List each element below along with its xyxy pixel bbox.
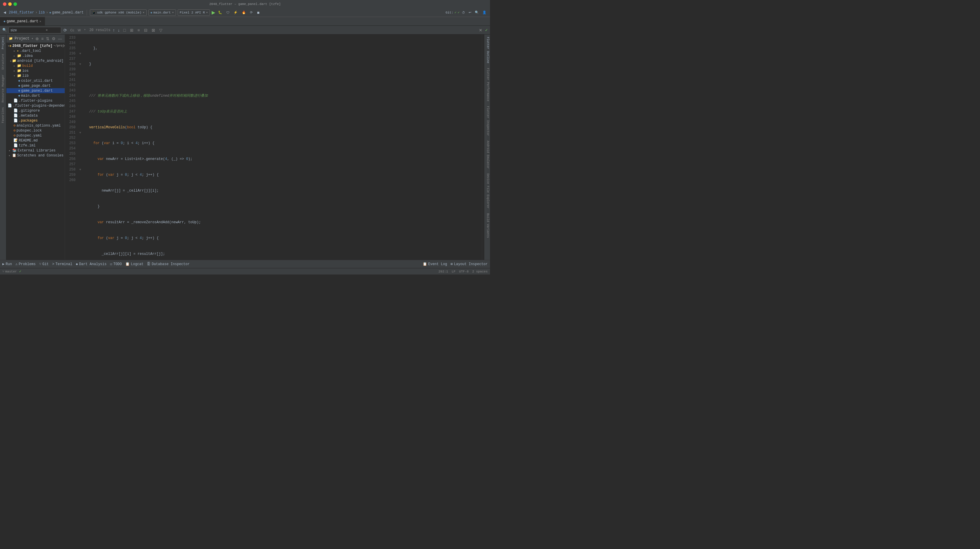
stop-button[interactable]: ⏹ bbox=[256, 10, 261, 15]
settings-panel-button[interactable]: ⚙ bbox=[51, 36, 56, 41]
search-wrap-button[interactable]: □ bbox=[122, 27, 127, 33]
logcat-tool[interactable]: 📋 Logcat bbox=[125, 262, 143, 266]
tree-pubspec-yaml[interactable]: ⚙ pubspec.yaml bbox=[6, 133, 65, 138]
flutter-outline-tab[interactable]: Flutter Outline bbox=[484, 35, 490, 65]
search-options-button[interactable]: ⊞ bbox=[129, 27, 135, 33]
sort-button[interactable]: ⇅ bbox=[46, 36, 50, 41]
fold-238[interactable]: ▼ bbox=[78, 62, 83, 67]
search-funnel-button[interactable]: ▽ bbox=[158, 27, 164, 33]
search-input[interactable] bbox=[11, 28, 46, 32]
dart-icon: ◆ bbox=[150, 11, 152, 14]
device-dropdown[interactable]: Pixel 2 API R ▾ bbox=[178, 10, 210, 16]
tree-packages[interactable]: 📄 .packages bbox=[6, 118, 65, 123]
tree-pubspec-lock[interactable]: ⚙ pubspec.lock bbox=[6, 128, 65, 133]
event-log-tool[interactable]: 📋 Event Log bbox=[423, 262, 447, 266]
tree-main[interactable]: ◆ main.dart bbox=[6, 93, 65, 98]
tree-android[interactable]: ▸ 📁 android [tzfe_android] bbox=[6, 58, 65, 63]
tree-iml[interactable]: 📄 tzfe.iml bbox=[6, 143, 65, 148]
search-close-button[interactable]: ✕ bbox=[479, 28, 482, 32]
tab-game-panel[interactable]: ◆ game_panel.dart ✕ bbox=[0, 17, 45, 26]
fold-258[interactable]: ▼ bbox=[78, 167, 83, 172]
git-tool[interactable]: ⑂ Git bbox=[39, 262, 49, 266]
sdk-dropdown[interactable]: 📱 sdk gphone x86 (mobile) ▾ bbox=[90, 10, 146, 16]
tree-scratches[interactable]: ▸ 📋 Scratches and Consoles bbox=[6, 153, 65, 158]
encoding[interactable]: UTF-8 bbox=[459, 270, 469, 273]
folder-icon-ios: 📁 bbox=[17, 69, 21, 73]
search-filter-button[interactable]: ≡ bbox=[137, 27, 141, 33]
indentation[interactable]: 2 spaces bbox=[472, 270, 488, 273]
back-button[interactable]: ◀ bbox=[2, 10, 7, 15]
line-ending[interactable]: LF bbox=[452, 270, 455, 273]
tree-build[interactable]: ▸ 📁 build bbox=[6, 63, 65, 68]
breadcrumb-lib[interactable]: lib bbox=[39, 11, 45, 14]
run-tool[interactable]: ▶ Run bbox=[2, 262, 12, 266]
tree-idea[interactable]: ▸ 📁 .idea bbox=[6, 53, 65, 58]
git-history-button[interactable]: ⏱ bbox=[461, 10, 466, 15]
tree-dart-tool[interactable]: ▸ ▸ .dart_tool bbox=[6, 48, 65, 53]
search-align-button[interactable]: ⊠ bbox=[150, 27, 156, 33]
collapse-button[interactable]: ≡ bbox=[41, 36, 44, 41]
tree-color-util[interactable]: ◆ color_util.dart bbox=[6, 78, 65, 83]
search-clear-icon[interactable]: ✕ bbox=[46, 28, 48, 32]
search-refresh-button[interactable]: ⟳ bbox=[63, 27, 68, 33]
tree-root[interactable]: ▾ ◈ 2048_flutter [tzfe] ~/projects/mine/… bbox=[6, 43, 65, 48]
tree-game-panel[interactable]: ◆ game_panel.dart bbox=[6, 88, 65, 93]
close-panel-button[interactable]: — bbox=[58, 36, 62, 41]
minimize-button[interactable] bbox=[8, 2, 12, 6]
search-word-button[interactable]: W bbox=[77, 28, 81, 32]
device-file-explorer-tab[interactable]: Device File Explorer bbox=[484, 171, 490, 211]
tree-flutter-plugins[interactable]: 📄 .flutter-plugins bbox=[6, 98, 65, 103]
close-button[interactable] bbox=[3, 2, 6, 6]
tree-readme[interactable]: 📝 README.md bbox=[6, 138, 65, 143]
layout-inspector-tool[interactable]: ⊞ Layout Inspector bbox=[451, 262, 488, 266]
code-content[interactable]: }, } /// 将单元格数向下或向上移动，移除undefined并对相邻相同数… bbox=[83, 35, 482, 260]
search-icon: 🔍 bbox=[2, 28, 7, 32]
flutter-performance-tab[interactable]: Flutter Performance bbox=[484, 65, 490, 104]
tree-external-libs[interactable]: ▸ 📚 External Libraries bbox=[6, 148, 65, 153]
run-button[interactable]: ▶ bbox=[212, 10, 215, 15]
search-next-button[interactable]: ↓ bbox=[117, 27, 120, 33]
fold-236[interactable]: ▼ bbox=[78, 51, 83, 56]
main-dart-dropdown[interactable]: ◆ main.dart ▾ bbox=[148, 10, 176, 16]
fold-251[interactable]: ▼ bbox=[78, 130, 83, 135]
hot-restart-button[interactable]: ⟳ bbox=[249, 10, 254, 15]
tree-metadata[interactable]: 📄 .metadata bbox=[6, 113, 65, 118]
code-area[interactable]: 233 234 235 236 237 238 239 240 241 242 … bbox=[65, 35, 484, 260]
favorites-tab[interactable]: Favorites bbox=[1, 105, 6, 125]
problems-tool[interactable]: ⚠ Problems bbox=[16, 262, 36, 266]
resource-manager-tab[interactable]: Resource Manager bbox=[1, 72, 6, 105]
cursor-position[interactable]: 292:1 bbox=[439, 270, 448, 273]
project-tab[interactable]: Project bbox=[1, 35, 6, 51]
locate-button[interactable]: ⊕ bbox=[35, 36, 39, 41]
scrollbar[interactable] bbox=[482, 35, 484, 260]
debug-button[interactable]: 🐛 bbox=[217, 10, 223, 15]
todo-tool[interactable]: ☑ TODO bbox=[110, 262, 122, 266]
search-regex-button[interactable]: * bbox=[83, 28, 86, 32]
tree-analysis[interactable]: ⚙ analysis_options.yaml bbox=[6, 123, 65, 128]
terminal-tool[interactable]: > Terminal bbox=[52, 262, 72, 266]
search-button[interactable]: 🔍 bbox=[474, 10, 480, 15]
tree-lib[interactable]: ▾ 📁 lib bbox=[6, 73, 65, 78]
tree-gitignore[interactable]: 📄 .gitignore bbox=[6, 108, 65, 113]
android-emulator-tab[interactable]: Android Emulator bbox=[484, 138, 490, 171]
database-inspector-tool[interactable]: 🗄 Database Inspector bbox=[147, 262, 190, 266]
settings-button[interactable]: 👤 bbox=[481, 10, 488, 15]
breadcrumb-project[interactable]: 2048_flutter bbox=[9, 11, 34, 14]
tree-game-page[interactable]: ◆ game_page.dart bbox=[6, 83, 65, 88]
tab-close-button[interactable]: ✕ bbox=[40, 20, 41, 23]
dart-analysis-tool[interactable]: ◆ Dart Analysis bbox=[76, 262, 107, 266]
structure-tab[interactable]: Structure bbox=[1, 51, 6, 72]
flutter-inspector-tab[interactable]: Flutter Inspector bbox=[484, 104, 490, 138]
profile-button[interactable]: ⚡ bbox=[232, 10, 239, 15]
search-case-button[interactable]: Cc bbox=[69, 28, 75, 32]
maximize-button[interactable] bbox=[13, 2, 17, 6]
coverage-button[interactable]: 🛡 bbox=[225, 10, 231, 15]
undo-button[interactable]: ↩ bbox=[468, 10, 473, 15]
git-branch-status[interactable]: ⑂ master bbox=[2, 270, 17, 273]
hot-reload-button[interactable]: 🔥 bbox=[240, 10, 247, 15]
build-variants-tab[interactable]: Build Variants bbox=[484, 211, 490, 240]
search-prev-button[interactable]: ↑ bbox=[112, 27, 115, 33]
search-extra-button[interactable]: ⊟ bbox=[143, 27, 149, 33]
tree-ios[interactable]: ▸ 📁 ios bbox=[6, 68, 65, 73]
tree-flutter-plugins-dep[interactable]: 📄 .flutter-plugins-dependencies bbox=[6, 103, 65, 108]
